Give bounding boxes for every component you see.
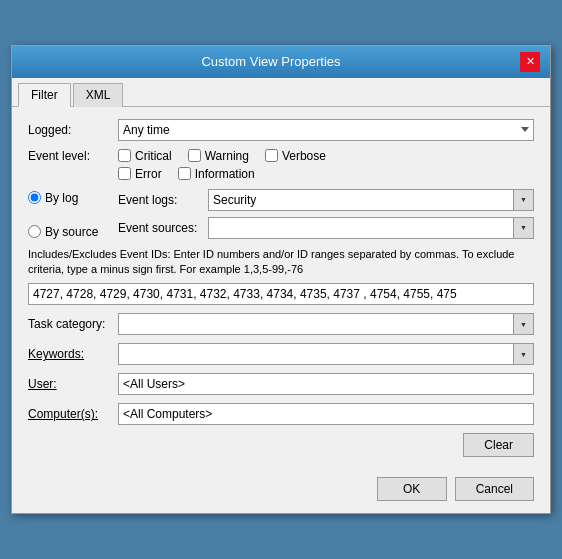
logged-row: Logged: Any time Last hour Last 12 hours… bbox=[28, 119, 534, 141]
event-logs-select[interactable]: Security Application System bbox=[208, 189, 514, 211]
user-input[interactable] bbox=[118, 373, 534, 395]
tab-filter[interactable]: Filter bbox=[18, 83, 71, 107]
event-logs-row: Event logs: Security Application System bbox=[118, 189, 534, 211]
event-sources-dropdown-btn[interactable] bbox=[514, 217, 534, 239]
computer-input[interactable] bbox=[118, 403, 534, 425]
logged-select-area: Any time Last hour Last 12 hours Last 24… bbox=[118, 119, 534, 141]
keywords-label: Keywords: bbox=[28, 347, 118, 361]
keywords-dropdown-btn[interactable] bbox=[514, 343, 534, 365]
information-label: Information bbox=[195, 167, 255, 181]
computer-row: Computer(s): bbox=[28, 403, 534, 425]
error-label: Error bbox=[135, 167, 162, 181]
by-log-label: By log bbox=[45, 191, 78, 205]
event-sources-input bbox=[208, 217, 534, 239]
event-sources-sublabel: Event sources: bbox=[118, 221, 208, 235]
information-checkbox[interactable] bbox=[178, 167, 191, 180]
event-level-row: Event level: Critical Warning Verbose bbox=[28, 149, 534, 181]
filter-tab-content: Logged: Any time Last hour Last 12 hours… bbox=[12, 107, 550, 470]
warning-label: Warning bbox=[205, 149, 249, 163]
by-source-radio[interactable] bbox=[28, 225, 41, 238]
verbose-label: Verbose bbox=[282, 149, 326, 163]
task-category-input bbox=[118, 313, 534, 335]
ok-button[interactable]: OK bbox=[377, 477, 447, 501]
by-log-radio-label[interactable]: By log bbox=[28, 191, 118, 205]
task-category-row: Task category: bbox=[28, 313, 534, 335]
dialog-window: Custom View Properties ✕ Filter XML Logg… bbox=[11, 45, 551, 515]
event-level-label: Event level: bbox=[28, 149, 118, 163]
event-logs-sublabel: Event logs: bbox=[118, 193, 208, 207]
tab-xml[interactable]: XML bbox=[73, 83, 124, 107]
close-button[interactable]: ✕ bbox=[520, 52, 540, 72]
error-checkbox[interactable] bbox=[118, 167, 131, 180]
by-log-radio[interactable] bbox=[28, 191, 41, 204]
event-ids-description: Includes/Excludes Event IDs: Enter ID nu… bbox=[28, 247, 534, 278]
warning-checkbox[interactable] bbox=[188, 149, 201, 162]
event-logs-input: Security Application System bbox=[208, 189, 534, 211]
warning-checkbox-label[interactable]: Warning bbox=[188, 149, 249, 163]
title-bar: Custom View Properties ✕ bbox=[12, 46, 550, 78]
critical-checkbox-label[interactable]: Critical bbox=[118, 149, 172, 163]
task-category-dropdown-btn[interactable] bbox=[514, 313, 534, 335]
event-ids-input[interactable] bbox=[28, 283, 534, 305]
dialog-title: Custom View Properties bbox=[22, 54, 520, 69]
clear-row: Clear bbox=[28, 433, 534, 457]
keywords-select[interactable] bbox=[118, 343, 514, 365]
task-category-label: Task category: bbox=[28, 317, 118, 331]
information-checkbox-label[interactable]: Information bbox=[178, 167, 255, 181]
computer-label: Computer(s): bbox=[28, 407, 118, 421]
by-source-label: By source bbox=[45, 225, 98, 239]
event-level-checkboxes: Critical Warning Verbose Error bbox=[118, 149, 326, 181]
by-source-radio-label[interactable]: By source bbox=[28, 225, 118, 239]
error-checkbox-label[interactable]: Error bbox=[118, 167, 162, 181]
event-logs-dropdown-btn[interactable] bbox=[514, 189, 534, 211]
user-label: User: bbox=[28, 377, 118, 391]
user-row: User: bbox=[28, 373, 534, 395]
cancel-button[interactable]: Cancel bbox=[455, 477, 534, 501]
logged-label: Logged: bbox=[28, 123, 118, 137]
dialog-buttons: OK Cancel bbox=[12, 469, 550, 513]
log-source-section: By log By source Event logs: Security Ap… bbox=[28, 189, 534, 239]
event-sources-row: Event sources: bbox=[118, 217, 534, 239]
event-sources-select[interactable] bbox=[208, 217, 514, 239]
verbose-checkbox[interactable] bbox=[265, 149, 278, 162]
verbose-checkbox-label[interactable]: Verbose bbox=[265, 149, 326, 163]
radio-fields: Event logs: Security Application System … bbox=[118, 189, 534, 239]
keywords-input bbox=[118, 343, 534, 365]
keywords-row: Keywords: bbox=[28, 343, 534, 365]
logged-select[interactable]: Any time Last hour Last 12 hours Last 24… bbox=[118, 119, 534, 141]
clear-button[interactable]: Clear bbox=[463, 433, 534, 457]
critical-label: Critical bbox=[135, 149, 172, 163]
critical-checkbox[interactable] bbox=[118, 149, 131, 162]
tab-bar: Filter XML bbox=[12, 78, 550, 107]
radio-labels: By log By source bbox=[28, 189, 118, 239]
task-category-select[interactable] bbox=[118, 313, 514, 335]
